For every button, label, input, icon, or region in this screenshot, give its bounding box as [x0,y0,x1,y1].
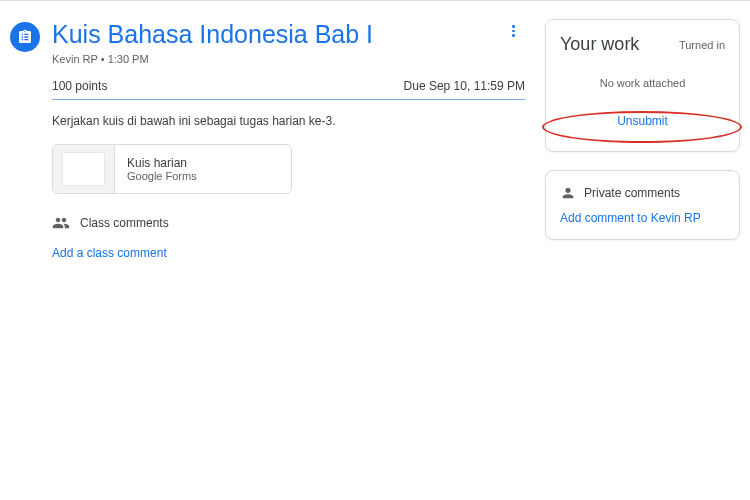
person-icon [560,185,576,201]
class-comments-header: Class comments [52,214,525,232]
assignment-title: Kuis Bahasa Indonesia Bab I [52,19,489,49]
unsubmit-button[interactable]: Unsubmit [560,105,725,137]
your-work-card: Your work Turned in No work attached Uns… [545,19,740,152]
private-comments-card: Private comments Add comment to Kevin RP [545,170,740,240]
attachment-title: Kuis harian [127,156,197,170]
assignment-meta: Kevin RP • 1:30 PM [52,53,489,65]
your-work-title: Your work [560,34,639,55]
more-options-button[interactable] [501,19,525,43]
header-divider [52,99,525,100]
attachment-thumbnail [53,145,115,193]
no-work-attached-label: No work attached [560,77,725,89]
submission-status: Turned in [679,39,725,51]
assignment-icon [10,22,40,52]
add-class-comment-link[interactable]: Add a class comment [52,246,525,260]
attachment-subtitle: Google Forms [127,170,197,182]
assignment-description: Kerjakan kuis di bawah ini sebagai tugas… [52,114,525,128]
add-private-comment-link[interactable]: Add comment to Kevin RP [560,211,725,225]
people-icon [52,214,70,232]
private-comments-label: Private comments [584,186,680,200]
attachment-card[interactable]: Kuis harian Google Forms [52,144,292,194]
due-date: Due Sep 10, 11:59 PM [404,79,525,93]
points-label: 100 points [52,79,107,93]
